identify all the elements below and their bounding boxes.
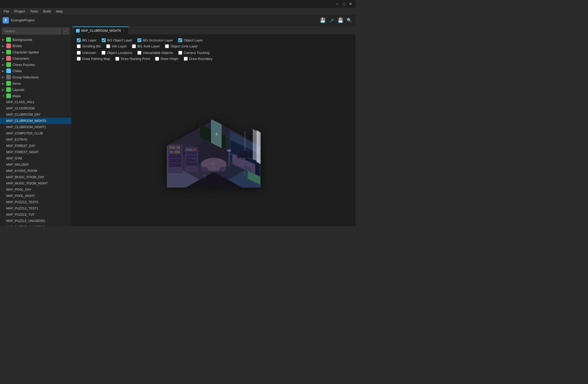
draw-pathing-map-check[interactable]: Draw Pathing Map: [77, 57, 110, 61]
menu-build[interactable]: Build: [41, 8, 53, 14]
app-title-area: E ExampleProject: [3, 17, 35, 23]
scrolling-bg-check[interactable]: Scrolling BG: [77, 44, 101, 48]
menu-file[interactable]: File: [1, 8, 12, 14]
map-item-puzzle-test1[interactable]: MAP_PUZZLE_TEST1: [0, 205, 71, 212]
object-locations-check[interactable]: Object Locations: [102, 51, 132, 55]
unknown-check[interactable]: Unknown: [77, 51, 96, 55]
map-item-puzzle-unused02[interactable]: MAP_PUZZLE_UNUSED02: [0, 224, 71, 226]
draw-starting-point-checkbox[interactable]: [115, 57, 119, 61]
sidebar-item-layouts[interactable]: ▶ Layouts: [0, 86, 71, 93]
object-layer-check[interactable]: Object Layer: [178, 38, 203, 42]
map-item-music-room-day[interactable]: MAP_MUSIC_ROOM_DAY: [0, 174, 71, 180]
layouts-label: Layouts: [12, 88, 24, 92]
map-item-hallway[interactable]: MAP_HALLWAY: [0, 162, 71, 168]
tab-clubroom-night0[interactable]: MAP_CLUBROOM_NIGHT0 ×: [73, 27, 129, 34]
bg-layer-checkbox[interactable]: [77, 38, 81, 42]
search-area: ···: [0, 26, 71, 36]
chevron-right-icon: ▶: [2, 45, 6, 47]
unknown-checkbox[interactable]: [77, 51, 81, 55]
layer-row-3: Unknown Object Locations Interactable Ob…: [77, 51, 350, 55]
map-item-puzzle-unused01[interactable]: MAP_PUZZLE_UNUSED01: [0, 218, 71, 224]
map-item-pool-night[interactable]: MAP_POOL_NIGHT: [0, 193, 71, 199]
interactable-objects-checkbox[interactable]: [137, 51, 141, 55]
sidebar-item-maps[interactable]: ▼ Maps: [0, 93, 71, 99]
map-item-puzzle-test0[interactable]: MAP_PUZZLE_TEST0: [0, 199, 71, 205]
sidebar-item-character-sprites[interactable]: ▶ Character Sprites: [0, 49, 71, 55]
map-item-extras[interactable]: MAP_EXTRAS: [0, 137, 71, 143]
map-item-forest-night[interactable]: MAP_FOREST_NIGHT: [0, 149, 71, 155]
svg-rect-18: [169, 154, 181, 158]
search-input[interactable]: [2, 28, 61, 34]
bg-object-layer-check[interactable]: BG Object Layer: [102, 38, 132, 42]
map-item-music-room-night[interactable]: MAP_MUSIC_ROOM_NIGHT: [0, 180, 71, 187]
scrolling-bg-checkbox[interactable]: [77, 44, 81, 48]
maximize-button[interactable]: □: [341, 1, 347, 7]
save2-icon: 💾: [338, 17, 343, 23]
sidebar-item-backgrounds[interactable]: ▶ Backgrounds: [0, 36, 71, 43]
scrolling-bg-label: Scrolling BG: [82, 44, 101, 48]
map-item-clubroom-day[interactable]: MAP_CLUBROOM_DAY: [0, 112, 71, 118]
draw-boundary-checkbox[interactable]: [184, 57, 188, 61]
draw-boundary-check[interactable]: Draw Boundary: [184, 57, 213, 61]
characters-icon: [6, 56, 11, 61]
sidebar-item-group-selections[interactable]: ▶ Group Selections: [0, 74, 71, 80]
object-locations-checkbox[interactable]: [102, 51, 105, 55]
object-junk-layer-check[interactable]: Object Junk Layer: [165, 44, 198, 48]
sidebar-item-items[interactable]: ▶ Items: [0, 80, 71, 86]
menu-project[interactable]: Project: [12, 8, 27, 14]
draw-pathing-map-label: Draw Pathing Map: [82, 57, 110, 61]
map-item-computer-club[interactable]: MAP_COMPUTER_CLUB: [0, 130, 71, 137]
sidebar-item-chess-puzzles[interactable]: ▶ Chess Puzzles: [0, 61, 71, 68]
map-item-pool-day[interactable]: MAP_POOL_DAY: [0, 187, 71, 193]
chess-puzzles-label: Chess Puzzles: [12, 63, 35, 67]
object-layer-checkbox[interactable]: [178, 38, 182, 42]
map-item-clubroom-night0[interactable]: MAP_CLUBROOM_NIGHT0: [0, 118, 71, 124]
map-clubroom-night1-name: MAP_CLUBROOM_NIGHT1: [6, 125, 46, 129]
bg-junk-layer-check[interactable]: BG Junk Layer: [132, 44, 160, 48]
search-dots-button[interactable]: ···: [62, 28, 69, 34]
bg-object-layer-checkbox[interactable]: [102, 38, 106, 42]
draw-pathing-map-checkbox[interactable]: [77, 57, 81, 61]
bg-junk-layer-checkbox[interactable]: [132, 44, 136, 48]
info-layer-check[interactable]: Info Layer: [106, 44, 127, 48]
save-icon: 💾: [320, 17, 326, 23]
draw-origin-checkbox[interactable]: [155, 57, 159, 61]
map-item-class-hall[interactable]: MAP_CLASS_HALL: [0, 99, 71, 105]
sidebar-item-bgms[interactable]: ▶ BGMs: [0, 43, 71, 49]
sidebar-scroll[interactable]: ▶ Backgrounds ▶ BGMs ▶ Character Sprites…: [0, 36, 71, 226]
group-selections-icon: [6, 75, 11, 79]
sidebar-item-chibis[interactable]: ▶ Chibis: [0, 68, 71, 74]
bg-layer-check[interactable]: BG Layer: [77, 38, 97, 42]
bg-occlusion-layer-check[interactable]: BG Occlusion Layer: [137, 38, 173, 42]
map-item-puzzle-tut[interactable]: MAP_PUZZLE_TUT: [0, 212, 71, 218]
bg-occlusion-layer-checkbox[interactable]: [137, 38, 141, 42]
map-item-clubroom-night1[interactable]: MAP_CLUBROOM_NIGHT1: [0, 124, 71, 130]
map-item-kyons-room[interactable]: MAP_KYONS_ROOM: [0, 168, 71, 174]
close-button[interactable]: ✕: [348, 1, 353, 7]
search-button[interactable]: 🔍: [346, 17, 353, 24]
chevron-right-icon: ▶: [2, 63, 6, 66]
save2-button[interactable]: 💾: [337, 17, 344, 24]
map-item-gym[interactable]: MAP_GYM: [0, 155, 71, 162]
map-kyons-room-name: MAP_KYONS_ROOM: [6, 169, 37, 173]
map-item-classroom[interactable]: MAP_CLASSROOM: [0, 105, 71, 112]
map-item-forest-day[interactable]: MAP_FOREST_DAY: [0, 143, 71, 149]
menu-tools[interactable]: Tools: [27, 8, 40, 14]
draw-origin-check[interactable]: Draw Origin: [155, 57, 179, 61]
camera-trucking-check[interactable]: Camera Trucking: [178, 51, 210, 55]
sidebar-item-characters[interactable]: ▶ Characters: [0, 55, 71, 61]
camera-trucking-checkbox[interactable]: [178, 51, 182, 55]
camera-trucking-label: Camera Trucking: [184, 51, 210, 55]
menu-help[interactable]: Help: [53, 8, 66, 14]
info-layer-checkbox[interactable]: [106, 44, 110, 48]
save-button[interactable]: 💾: [319, 17, 326, 24]
tab-close-button[interactable]: ×: [123, 29, 125, 33]
layouts-icon: [6, 87, 11, 92]
object-junk-layer-checkbox[interactable]: [165, 44, 169, 48]
minimize-button[interactable]: ─: [334, 1, 340, 7]
interactable-objects-check[interactable]: Interactable Objects: [137, 51, 173, 55]
arrow-button[interactable]: ↗: [328, 17, 335, 24]
draw-origin-label: Draw Origin: [161, 57, 179, 61]
draw-starting-point-label: Draw Starting Point: [121, 57, 150, 61]
draw-starting-point-check[interactable]: Draw Starting Point: [115, 57, 150, 61]
